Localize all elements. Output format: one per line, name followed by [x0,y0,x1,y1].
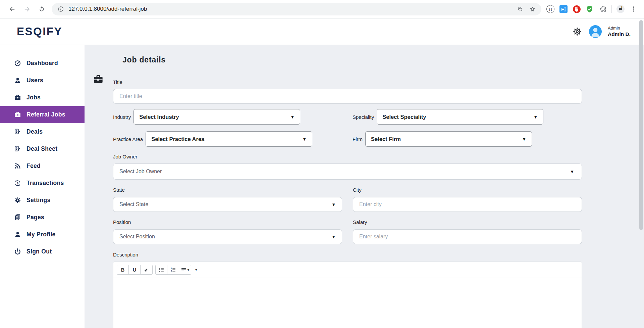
sidebar-item-my-profile[interactable]: My Profile [0,226,85,243]
sidebar-item-transactions[interactable]: $ Transactions [0,175,85,192]
firm-select[interactable]: Select Firm ▼ [365,131,532,147]
firm-label: Firm [353,136,363,142]
gauge-icon [14,60,21,67]
industry-select[interactable]: Select Industry ▼ [133,109,300,125]
job-owner-select-value: Select Job Owner [119,169,162,175]
job-owner-label: Job Owner [113,154,582,159]
sidebar-item-deals[interactable]: $ Deals [0,123,85,140]
sidebar-item-referral-jobs[interactable]: Referral Jobs [0,106,85,123]
pages-icon [14,214,21,221]
settings-gear-icon[interactable] [572,26,583,37]
sidebar-label: Deals [26,128,43,135]
browser-profile-avatar[interactable] [616,5,625,13]
code-badge-extension-icon[interactable]: {..} [546,5,555,13]
practice-area-select-value: Select Practice Area [151,136,204,142]
blocker-hand-extension-icon[interactable] [572,5,581,13]
sidebar-label: Dashboard [26,60,58,67]
firm-select-value: Select Firm [371,136,401,142]
user-avatar[interactable] [589,25,602,38]
paragraph-align-dropdown[interactable]: ▾ [179,265,191,274]
industry-select-value: Select Industry [139,114,179,120]
user-name: Admin D. [608,31,631,37]
svg-text:F: F [561,7,564,12]
person-icon [14,77,21,84]
sidebar-label: Jobs [26,94,41,101]
app-logo[interactable]: ESQIFY [17,25,62,38]
sidebar-item-settings[interactable]: Settings [0,192,85,209]
svg-text:$: $ [16,129,17,131]
chevron-down-icon: ▼ [533,114,538,120]
salary-label: Salary [353,219,582,225]
code-badge-glyph: {..} [546,5,554,13]
svg-text:$: $ [16,146,17,148]
position-label: Position [113,219,342,225]
security-shield-extension-icon[interactable] [585,5,594,13]
url-bar[interactable]: 127.0.0.1:8000/add-referral-job [52,3,541,15]
reload-icon[interactable] [35,2,48,16]
sidebar-item-dashboard[interactable]: Dashboard [0,55,85,72]
sidebar-item-feed[interactable]: Feed [0,157,85,175]
sidebar-label: Sign Out [26,248,52,255]
chevron-down-icon: ▼ [331,202,336,207]
state-label: State [113,187,342,193]
chevron-down-icon: ▼ [570,169,574,174]
sidebar-item-jobs[interactable]: Jobs [0,89,85,106]
toolbar-separator [611,5,612,13]
description-editor-area[interactable] [113,278,582,328]
sidebar-label: Feed [26,162,41,170]
fi-extension-icon[interactable]: F [559,5,568,13]
city-label: City [353,187,582,193]
extensions-area: {..} F [546,5,639,13]
sidebar-label: Deal Sheet [26,145,57,152]
chevron-down-icon: ▼ [522,137,526,142]
ordered-list-button[interactable]: 1 2 [167,265,179,274]
user-menu[interactable]: Admin Admin D. [608,26,631,38]
sidebar-label: Transactions [26,180,64,187]
speciality-label: Speciality [353,114,374,120]
chevron-down-icon: ▾ [187,268,189,272]
city-input[interactable] [353,197,582,212]
practice-area-label: Practice Area [113,136,143,142]
state-select[interactable]: Select State ▼ [113,197,342,212]
svg-text:$: $ [17,182,18,185]
back-icon[interactable] [5,2,19,16]
salary-input[interactable] [353,229,582,244]
sidebar-label: My Profile [26,231,56,238]
more-options-dropdown[interactable]: ▾ [194,265,199,274]
underline-button[interactable]: U [129,265,141,274]
position-select-value: Select Position [119,234,155,240]
unordered-list-button[interactable] [156,265,167,274]
sidebar-label: Users [26,77,43,84]
browser-menu-icon[interactable] [629,5,638,13]
sidebar: Dashboard Users Jobs [0,45,85,328]
chevron-down-icon: ▼ [290,114,294,120]
extensions-puzzle-icon[interactable] [598,5,607,13]
practice-area-select[interactable]: Select Practice Area ▼ [146,131,312,147]
speciality-select[interactable]: Select Speciality ▼ [377,109,543,125]
editor-toolbar: B U [113,262,582,278]
page-scrollbar[interactable] [639,20,643,230]
bold-button[interactable]: B [117,265,129,274]
main-content: Job details Title Industry Select Indust… [85,45,644,328]
sidebar-item-users[interactable]: Users [0,72,85,89]
sidebar-item-sign-out[interactable]: Sign Out [0,243,85,260]
briefcase-icon [93,74,104,85]
site-info-icon[interactable] [56,5,65,13]
eraser-button[interactable] [141,265,152,274]
zoom-icon[interactable] [516,5,525,13]
url-text[interactable]: 127.0.0.1:8000/add-referral-job [68,6,513,12]
title-input[interactable] [113,89,582,104]
document-pencil-icon: $ [14,128,21,135]
sidebar-item-pages[interactable]: Pages [0,209,85,226]
sidebar-item-deal-sheet[interactable]: $ Deal Sheet [0,140,85,157]
briefcase-icon [14,111,21,118]
forward-icon[interactable] [20,2,34,16]
position-select[interactable]: Select Position ▼ [113,229,342,244]
briefcase-icon [14,94,21,101]
job-owner-select[interactable]: Select Job Owner ▼ [113,163,582,180]
gear-icon [14,197,21,204]
sidebar-label: Settings [26,197,50,204]
money-cycle-icon: $ [14,180,21,187]
sidebar-label: Pages [26,214,44,221]
bookmark-star-icon[interactable] [528,5,537,13]
